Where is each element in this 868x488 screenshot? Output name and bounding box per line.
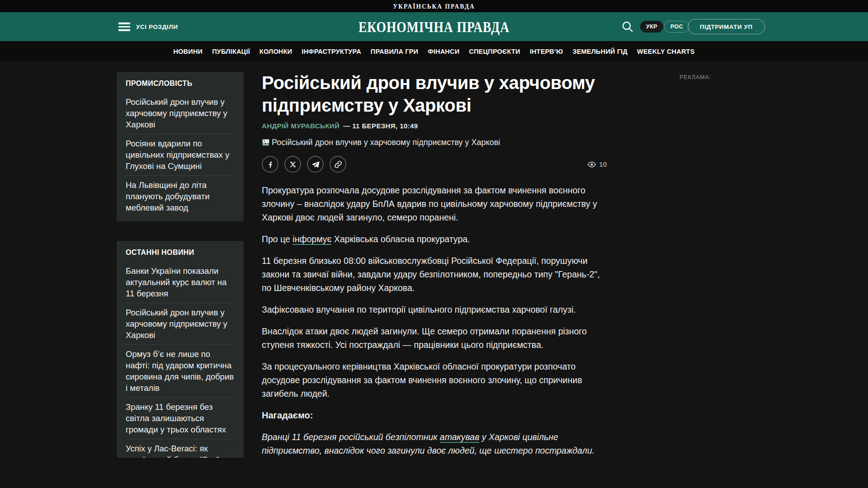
sidebar-article-link[interactable]: Російський дрон влучив у харчовому підпр… bbox=[126, 303, 235, 344]
search-icon bbox=[621, 20, 634, 33]
nav-item[interactable]: ІНФРАСТРУКТУРА bbox=[302, 48, 361, 55]
sidebar-section-promyslovist: ПРОМИСЛОВІСТЬ Російський дрон влучив у х… bbox=[117, 72, 244, 221]
nav-item[interactable]: ПРАВИЛА ГРИ bbox=[371, 48, 418, 55]
hamburger-icon bbox=[118, 23, 130, 31]
nav-item[interactable]: ФІНАНСИ bbox=[428, 48, 459, 55]
search-button[interactable] bbox=[621, 20, 634, 33]
eye-icon bbox=[587, 160, 596, 169]
byline: АНДРІЙ МУРАВСЬКИЙ — 11 БЕРЕЗНЯ, 10:49 bbox=[262, 122, 607, 130]
nav-item[interactable]: КОЛОНКИ bbox=[259, 48, 292, 55]
sidebar-section-ostanni-novyny: ОСТАННІ НОВИНИ Банки України показали ак… bbox=[117, 241, 244, 458]
sidebar-article-link[interactable]: Російський дрон влучив у харчовому підпр… bbox=[126, 93, 235, 134]
share-x-button[interactable] bbox=[284, 156, 301, 173]
topbar: УКРАЇНСЬКА ПРАВДА bbox=[0, 0, 868, 12]
sidebar-article-link[interactable]: Ормуз б’є не лише по нафті: під ударом к… bbox=[126, 344, 235, 397]
ekonomichna-pravda-logo[interactable]: ЕКОНОМІЧНА ПРАВДА bbox=[352, 19, 516, 34]
sidebar-article-link[interactable]: На Львівщині до літа планують добудувати… bbox=[126, 175, 235, 217]
share-telegram-button[interactable] bbox=[307, 156, 324, 173]
ad-label: РЕКЛАМА: bbox=[679, 74, 711, 80]
article-paragraph: Прокуратура розпочала досудове розслідув… bbox=[262, 183, 607, 224]
image-alt-text: Російський дрон влучив у харчовому підпр… bbox=[272, 137, 500, 147]
article-paragraph: Нагадаємо: bbox=[262, 408, 607, 422]
publish-date: — 11 БЕРЕЗНЯ, 10:49 bbox=[343, 122, 418, 130]
main-nav: НОВИНИПУБЛІКАЦІЇКОЛОНКИІНФРАСТРУКТУРАПРА… bbox=[0, 41, 868, 61]
sidebar-section-title: ПРОМИСЛОВІСТЬ bbox=[126, 79, 235, 88]
view-counter: 10 bbox=[587, 160, 607, 169]
menu-label: УСІ РОЗДІЛИ bbox=[136, 23, 178, 30]
all-sections-menu-button[interactable]: УСІ РОЗДІЛИ bbox=[118, 23, 178, 31]
nav-item[interactable]: ЗЕМЕЛЬНИЙ ГІД bbox=[572, 48, 627, 55]
article-title: Російський дрон влучив у харчовому підпр… bbox=[262, 71, 607, 117]
nav-item[interactable]: ПУБЛІКАЦІЇ bbox=[212, 48, 250, 55]
article-paragraph: 11 березня близько 08:00 військовослужбо… bbox=[262, 254, 607, 295]
sidebar-article-link[interactable]: Росіяни вдарили по цивільних підприємств… bbox=[126, 134, 235, 175]
article-paragraph: Зафіксовано влучання по території цивіль… bbox=[262, 303, 607, 316]
copy-link-icon bbox=[334, 160, 342, 169]
broken-image-icon bbox=[262, 138, 270, 146]
article-paragraph: Внаслідок атаки двоє людей загинули. Ще … bbox=[262, 324, 607, 352]
article-paragraph: Про це інформує Харківська обласна проку… bbox=[262, 232, 607, 246]
facebook-icon bbox=[266, 160, 274, 169]
ukrainska-pravda-logo[interactable]: УКРАЇНСЬКА ПРАВДА bbox=[393, 2, 475, 10]
article-paragraph: Вранці 11 березня російський безпілотник… bbox=[262, 430, 607, 457]
nav-item[interactable]: НОВИНИ bbox=[173, 48, 203, 55]
share-facebook-button[interactable] bbox=[262, 156, 278, 173]
sidebar-article-link[interactable]: Зранку 11 березня без світла залишаються… bbox=[126, 397, 235, 439]
article-paragraph: За процесуального керівництва Харківсько… bbox=[262, 360, 607, 400]
inline-link[interactable]: інформує bbox=[292, 234, 331, 244]
article: Російський дрон влучив у харчовому підпр… bbox=[262, 71, 607, 465]
support-up-button[interactable]: ПІДТРИМАТИ УП bbox=[688, 19, 765, 34]
view-count: 10 bbox=[599, 160, 607, 168]
nav-item[interactable]: WEEKLY CHARTS bbox=[637, 48, 694, 55]
lang-toggle-ukr[interactable]: УКР bbox=[640, 21, 663, 33]
article-image-broken: Російський дрон влучив у харчовому підпр… bbox=[262, 137, 607, 147]
x-icon bbox=[289, 161, 297, 168]
site-header: УСІ РОЗДІЛИ ЕКОНОМІЧНА ПРАВДА УКР РОС ПІ… bbox=[0, 12, 868, 41]
nav-item[interactable]: ІНТЕРВ’Ю bbox=[530, 48, 563, 55]
article-body: Прокуратура розпочала досудове розслідув… bbox=[262, 183, 607, 457]
sidebar-article-link[interactable]: Банки України показали актуальний курс в… bbox=[126, 262, 235, 303]
telegram-icon bbox=[311, 160, 320, 169]
inline-link[interactable]: атакував bbox=[440, 432, 479, 442]
lang-toggle-ros[interactable]: РОС bbox=[664, 21, 689, 33]
nav-item[interactable]: СПЕЦПРОЄКТИ bbox=[469, 48, 520, 55]
share-row: 10 bbox=[262, 156, 607, 173]
sidebar-section-title: ОСТАННІ НОВИНИ bbox=[126, 248, 235, 257]
author-link[interactable]: АНДРІЙ МУРАВСЬКИЙ bbox=[262, 122, 340, 130]
sidebar-article-link[interactable]: Успіх у Лас-Вегасі: як український бренд… bbox=[126, 439, 235, 458]
share-copy-link-button[interactable] bbox=[330, 156, 346, 173]
